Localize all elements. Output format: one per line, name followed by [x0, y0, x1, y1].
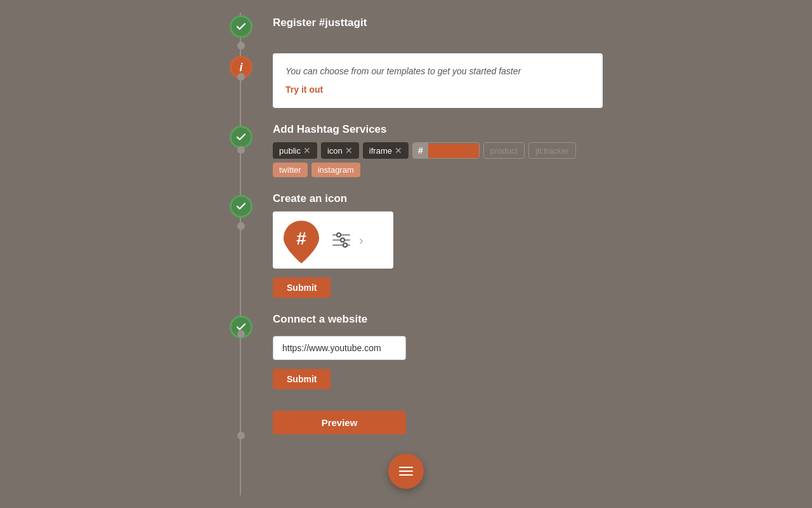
step-4: Create an icon #: [209, 192, 603, 298]
hash-input[interactable]: [428, 144, 479, 158]
step-5-submit-button[interactable]: Submit: [273, 369, 331, 389]
tag-icon-close[interactable]: ✕: [345, 146, 353, 155]
dot-2: [237, 73, 245, 81]
tag-jti-tracker[interactable]: jti:tracker: [528, 142, 576, 159]
dot-3: [237, 146, 245, 154]
step-5: Connect a website Submit: [209, 313, 603, 389]
tag-public[interactable]: public ✕: [273, 142, 317, 159]
tags-area: public ✕ icon ✕ iframe ✕ #: [273, 142, 603, 177]
step-3-title: Add Hashtag Services: [273, 123, 603, 136]
step-4-check-icon: [230, 195, 252, 218]
fab-menu-button[interactable]: [388, 453, 424, 489]
dot-5: [237, 330, 245, 338]
step-5-title: Connect a website: [273, 313, 603, 326]
tag-iframe-close[interactable]: ✕: [395, 146, 402, 155]
icon-creator-card: #: [273, 211, 393, 269]
tag-icon[interactable]: icon ✕: [321, 142, 359, 159]
dot-1: [237, 42, 245, 50]
hamburger-icon: [399, 467, 413, 476]
step-2: i You can choose from our templates to g…: [209, 53, 603, 108]
step-3: Add Hashtag Services public ✕ icon ✕ ifr…: [209, 123, 603, 177]
tag-public-close[interactable]: ✕: [303, 146, 311, 155]
website-input[interactable]: [273, 336, 406, 360]
step-4-title: Create an icon: [273, 192, 603, 205]
info-box: You can choose from our templates to get…: [273, 53, 603, 108]
hash-symbol: #: [413, 143, 428, 158]
preview-row: Preview: [209, 404, 603, 434]
step-3-check-icon: [230, 126, 252, 149]
try-it-out-link[interactable]: Try it out: [285, 84, 323, 95]
hashtag-map-icon: #: [279, 218, 324, 262]
dot-4: [237, 222, 245, 230]
hash-input-group[interactable]: #: [412, 142, 480, 159]
tag-product[interactable]: product: [483, 142, 525, 159]
preview-button[interactable]: Preview: [273, 411, 406, 434]
step-1: Register #justtagit: [209, 13, 603, 38]
slider-controls: [332, 234, 350, 246]
icon-creator-arrow[interactable]: ›: [359, 233, 363, 248]
step-1-title: Register #justtagit: [273, 17, 603, 29]
step-1-check-icon: [230, 15, 252, 38]
tag-iframe[interactable]: iframe ✕: [363, 142, 409, 159]
svg-text:#: #: [296, 229, 306, 248]
tag-instagram[interactable]: instagram: [311, 163, 360, 177]
dot-6: [237, 432, 245, 439]
info-text: You can choose from our templates to get…: [285, 66, 590, 76]
tag-twitter[interactable]: twitter: [273, 163, 308, 177]
step-4-submit-button[interactable]: Submit: [273, 277, 331, 298]
